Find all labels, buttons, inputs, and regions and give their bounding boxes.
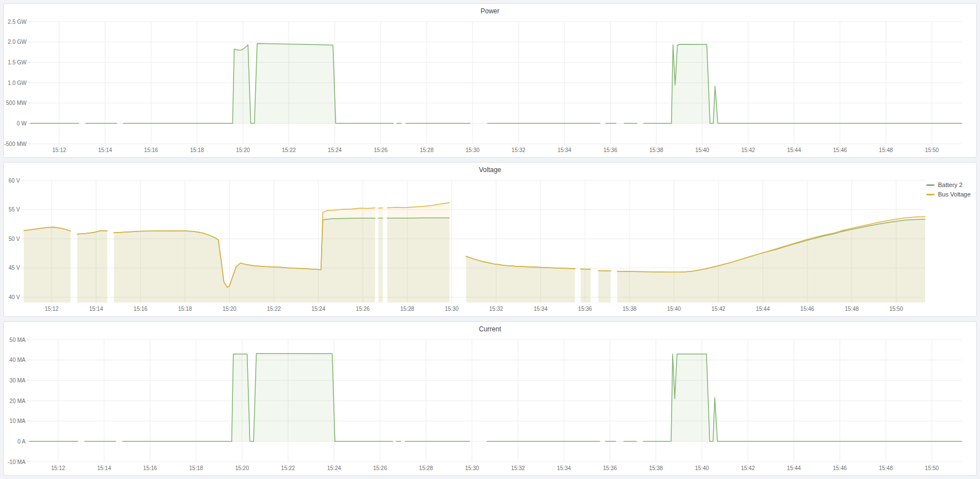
svg-text:1.0 GW: 1.0 GW bbox=[8, 80, 27, 86]
svg-text:15:46: 15:46 bbox=[833, 465, 847, 471]
svg-text:15:30: 15:30 bbox=[466, 147, 480, 153]
svg-text:15:26: 15:26 bbox=[356, 306, 370, 312]
svg-text:15:12: 15:12 bbox=[52, 147, 66, 153]
svg-text:15:26: 15:26 bbox=[373, 465, 387, 471]
svg-text:15:16: 15:16 bbox=[134, 306, 148, 312]
svg-text:2.0 GW: 2.0 GW bbox=[8, 39, 27, 45]
svg-text:15:22: 15:22 bbox=[281, 465, 295, 471]
legend-item-battery-2[interactable]: Battery 2 bbox=[926, 181, 971, 188]
svg-text:15:48: 15:48 bbox=[879, 465, 893, 471]
svg-text:15:14: 15:14 bbox=[97, 465, 111, 471]
svg-text:15:44: 15:44 bbox=[787, 147, 801, 153]
svg-text:10 MA: 10 MA bbox=[9, 418, 26, 424]
svg-text:15:34: 15:34 bbox=[557, 465, 571, 471]
svg-text:15:46: 15:46 bbox=[800, 306, 814, 312]
svg-text:500 MW: 500 MW bbox=[6, 100, 27, 106]
svg-text:15:36: 15:36 bbox=[603, 465, 617, 471]
svg-text:15:22: 15:22 bbox=[267, 306, 281, 312]
legend-item-bus-voltage[interactable]: Bus Voltage bbox=[926, 191, 971, 198]
svg-text:15:34: 15:34 bbox=[534, 306, 547, 312]
current-panel-title[interactable]: Current bbox=[4, 322, 976, 336]
bus-voltage-series-swatch-icon bbox=[926, 194, 935, 195]
svg-text:15:12: 15:12 bbox=[51, 465, 65, 471]
svg-text:0 W: 0 W bbox=[17, 120, 27, 127]
svg-text:60 V: 60 V bbox=[8, 178, 20, 184]
power-chart-area[interactable]: 15:1215:1415:1615:1815:2015:2215:2415:26… bbox=[4, 18, 976, 157]
svg-text:15:50: 15:50 bbox=[925, 147, 939, 153]
svg-text:15:44: 15:44 bbox=[787, 465, 801, 471]
svg-text:15:30: 15:30 bbox=[445, 306, 459, 312]
power-chart-svg[interactable]: 15:1215:1415:1615:1815:2015:2215:2415:26… bbox=[4, 18, 976, 157]
svg-text:15:38: 15:38 bbox=[649, 147, 663, 153]
svg-text:15:20: 15:20 bbox=[222, 306, 236, 312]
svg-text:15:42: 15:42 bbox=[741, 147, 755, 153]
svg-text:15:16: 15:16 bbox=[143, 465, 157, 471]
svg-text:15:28: 15:28 bbox=[419, 465, 433, 471]
svg-text:15:48: 15:48 bbox=[845, 306, 859, 312]
svg-text:15:20: 15:20 bbox=[236, 147, 250, 153]
svg-text:50 V: 50 V bbox=[8, 236, 20, 242]
svg-text:15:38: 15:38 bbox=[623, 306, 637, 312]
svg-text:30 MA: 30 MA bbox=[9, 377, 26, 383]
svg-text:15:24: 15:24 bbox=[311, 306, 325, 312]
svg-text:15:44: 15:44 bbox=[756, 306, 770, 312]
svg-text:15:28: 15:28 bbox=[400, 306, 414, 312]
svg-text:15:36: 15:36 bbox=[578, 306, 592, 312]
svg-text:15:36: 15:36 bbox=[603, 147, 617, 153]
svg-text:50 MA: 50 MA bbox=[9, 336, 26, 342]
svg-text:-10 MA: -10 MA bbox=[8, 458, 26, 465]
voltage-chart-svg[interactable]: 15:1215:1415:1615:1815:2015:2215:2415:26… bbox=[4, 177, 976, 316]
svg-text:15:14: 15:14 bbox=[89, 306, 103, 312]
voltage-panel: Voltage Battery 2 Bus Voltage 15:1215:14… bbox=[3, 162, 977, 316]
svg-text:40 MA: 40 MA bbox=[9, 357, 26, 363]
svg-text:15:38: 15:38 bbox=[649, 465, 663, 471]
current-chart-svg[interactable]: 15:1215:1415:1615:1815:2015:2215:2415:26… bbox=[4, 336, 976, 475]
svg-text:15:24: 15:24 bbox=[328, 147, 342, 153]
svg-text:15:30: 15:30 bbox=[465, 465, 479, 471]
svg-text:15:46: 15:46 bbox=[833, 147, 847, 153]
svg-text:15:24: 15:24 bbox=[327, 465, 341, 471]
svg-text:15:18: 15:18 bbox=[178, 306, 192, 312]
battery-2-series-swatch-icon bbox=[926, 184, 935, 186]
svg-text:15:14: 15:14 bbox=[98, 147, 112, 153]
svg-text:15:22: 15:22 bbox=[282, 147, 296, 153]
svg-text:15:20: 15:20 bbox=[235, 465, 249, 471]
svg-text:15:32: 15:32 bbox=[511, 147, 525, 153]
svg-text:1.5 GW: 1.5 GW bbox=[8, 59, 27, 65]
svg-text:15:16: 15:16 bbox=[144, 147, 158, 153]
svg-text:2.5 GW: 2.5 GW bbox=[8, 19, 27, 25]
legend-label-bus-voltage: Bus Voltage bbox=[938, 191, 971, 198]
svg-text:20 MA: 20 MA bbox=[9, 397, 26, 404]
svg-text:45 V: 45 V bbox=[8, 265, 20, 271]
svg-text:-500 MW: -500 MW bbox=[4, 141, 27, 147]
svg-text:15:42: 15:42 bbox=[741, 465, 755, 471]
svg-text:15:40: 15:40 bbox=[667, 306, 681, 312]
svg-text:15:12: 15:12 bbox=[45, 306, 59, 312]
voltage-panel-title[interactable]: Voltage bbox=[4, 163, 976, 177]
svg-text:15:34: 15:34 bbox=[557, 147, 571, 153]
svg-text:15:26: 15:26 bbox=[374, 147, 388, 153]
svg-text:55 V: 55 V bbox=[8, 206, 20, 213]
svg-text:15:48: 15:48 bbox=[879, 147, 893, 153]
power-panel-title[interactable]: Power bbox=[4, 4, 976, 18]
svg-text:15:32: 15:32 bbox=[489, 306, 503, 312]
svg-text:15:18: 15:18 bbox=[189, 465, 203, 471]
svg-text:40 V: 40 V bbox=[8, 294, 20, 300]
current-chart-area[interactable]: 15:1215:1415:1615:1815:2015:2215:2415:26… bbox=[4, 336, 976, 475]
svg-text:15:50: 15:50 bbox=[889, 306, 903, 312]
svg-text:15:40: 15:40 bbox=[695, 147, 709, 153]
svg-text:15:32: 15:32 bbox=[511, 465, 525, 471]
svg-text:15:28: 15:28 bbox=[420, 147, 434, 153]
svg-text:15:18: 15:18 bbox=[190, 147, 204, 153]
svg-text:15:50: 15:50 bbox=[925, 465, 939, 471]
power-panel: Power 15:1215:1415:1615:1815:2015:2215:2… bbox=[3, 3, 977, 158]
current-panel: Current 15:1215:1415:1615:1815:2015:2215… bbox=[3, 321, 977, 476]
svg-text:15:40: 15:40 bbox=[695, 465, 709, 471]
svg-text:15:42: 15:42 bbox=[712, 306, 725, 312]
legend-label-battery-2: Battery 2 bbox=[938, 181, 962, 188]
voltage-chart-area[interactable]: 15:1215:1415:1615:1815:2015:2215:2415:26… bbox=[4, 177, 976, 316]
voltage-legend: Battery 2 Bus Voltage bbox=[926, 181, 971, 198]
svg-text:0 A: 0 A bbox=[18, 438, 26, 444]
